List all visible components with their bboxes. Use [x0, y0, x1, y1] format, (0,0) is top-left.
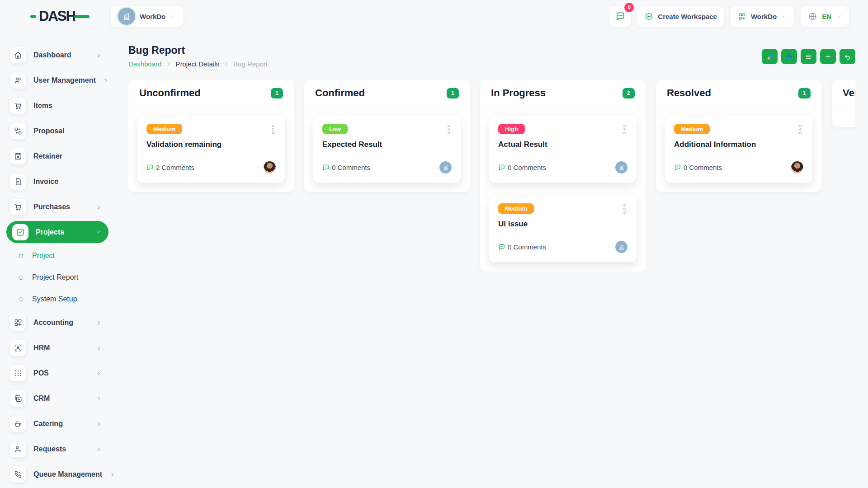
card-title: Expected Result	[322, 140, 452, 149]
sidebar-item-purchases[interactable]: Purchases	[0, 194, 111, 220]
sidebar-item-accounting[interactable]: Accounting	[0, 310, 111, 335]
workspace-menu-button[interactable]: WorkDo	[731, 6, 794, 27]
card-menu-icon[interactable]	[797, 124, 803, 135]
card-menu-icon[interactable]	[446, 124, 452, 135]
card-menu-icon[interactable]	[622, 124, 627, 135]
cart-icon	[10, 199, 26, 215]
column-title: Unconfirmed	[139, 87, 201, 99]
language-selector[interactable]: EN	[801, 6, 849, 27]
card-menu-icon[interactable]	[270, 124, 276, 135]
workspace-menu-label: WorkDo	[751, 13, 777, 20]
sidebar-subitem-project[interactable]: Project	[0, 245, 111, 267]
sidebar-item-pos[interactable]: POS	[0, 361, 111, 386]
column-title: In Progress	[491, 87, 546, 99]
messages-count-badge: 0	[624, 3, 634, 12]
sidebar-item-label: User Management	[33, 76, 96, 84]
list-view-button[interactable]	[801, 49, 816, 64]
column-count-badge: 1	[798, 88, 811, 99]
sidebar-item-requests[interactable]: Requests	[0, 436, 111, 462]
comment-icon	[146, 164, 154, 171]
plus-icon	[824, 53, 832, 61]
users-icon	[10, 72, 26, 89]
sidebar-item-hrm[interactable]: HRM	[0, 335, 111, 361]
comment-icon	[674, 164, 681, 171]
sidebar-item-label: Invoice	[33, 178, 102, 186]
priority-badge: Low	[322, 124, 348, 134]
one-drive-button[interactable]	[781, 49, 797, 64]
priority-badge: Medium	[146, 124, 182, 134]
column-title: Verified	[843, 87, 855, 99]
user-avatar	[264, 161, 276, 174]
back-button[interactable]	[840, 49, 855, 64]
bug-card-validation-remaining[interactable]: MediumValidation remaining2 Comments	[137, 116, 285, 183]
sidebar-item-user-management[interactable]: User Management	[0, 68, 111, 93]
toolbar	[762, 49, 855, 64]
bullet-icon	[19, 276, 23, 280]
bullet-icon	[19, 297, 23, 301]
sidebar-item-label: Queue Management	[33, 470, 102, 479]
chat-bubble-icon	[615, 11, 626, 22]
grid-plus-icon	[10, 314, 26, 331]
home-icon	[10, 47, 26, 63]
sidebar-item-items[interactable]: Items	[0, 93, 111, 118]
column-title: Resolved	[667, 87, 711, 99]
sidebar-item-dashboard[interactable]: Dashboard	[0, 42, 111, 68]
column-count-badge: 1	[447, 88, 459, 99]
kanban-column-in-progress: In Progress2HighActual Result0 CommentsM…	[480, 80, 646, 272]
comment-icon	[498, 244, 505, 251]
sidebar-subitem-label: Project	[32, 252, 55, 260]
card-menu-icon[interactable]	[622, 203, 627, 215]
sidebar-item-crm[interactable]: CRM	[0, 386, 111, 411]
comments-count: 0 Comments	[674, 164, 722, 171]
language-code: EN	[822, 13, 831, 20]
sidebar-item-queue-management[interactable]: Queue Management	[0, 462, 111, 487]
card-title: Actual Result	[498, 140, 627, 149]
sidebar-item-retainer[interactable]: Retainer	[0, 144, 111, 169]
chevron-down-icon	[836, 14, 842, 19]
sidebar-subitem-project-report[interactable]: Project Report	[0, 267, 111, 288]
priority-badge: Medium	[498, 203, 534, 214]
sidebar-item-proposal[interactable]: Proposal	[0, 118, 111, 144]
priority-badge: High	[498, 124, 525, 134]
create-workspace-button[interactable]: Create Workspace	[637, 6, 724, 27]
logo-text: DASH	[39, 8, 75, 24]
sidebar-item-invoice[interactable]: Invoice	[0, 169, 111, 194]
undo-icon	[844, 53, 851, 61]
chevron-right-icon	[166, 61, 171, 66]
sidebar-item-projects[interactable]: Projects	[6, 221, 108, 243]
column-count-badge: 2	[623, 88, 635, 99]
chevron-right-icon	[96, 446, 102, 452]
create-workspace-label: Create Workspace	[658, 13, 717, 20]
breadcrumb: Dashboard Project Details Bug Report	[128, 60, 268, 68]
sidebar-subitem-system-setup[interactable]: System Setup	[0, 288, 111, 310]
bug-card-actual-result[interactable]: HighActual Result0 Comments	[489, 116, 637, 183]
google-drive-button[interactable]	[762, 49, 778, 64]
workspace-selector[interactable]: WorkDo	[111, 6, 183, 27]
sidebar-subitem-label: Project Report	[32, 273, 78, 282]
add-bug-button[interactable]	[820, 49, 836, 64]
comments-count: 0 Comments	[322, 164, 370, 171]
comments-count: 0 Comments	[498, 243, 546, 251]
chevron-right-icon	[224, 61, 229, 66]
sidebar-item-catering[interactable]: Catering	[0, 411, 111, 436]
bullet-icon	[19, 254, 23, 258]
bug-card-additional-information[interactable]: MediumAdditional Information0 Comments	[665, 116, 812, 183]
sidebar-item-label: Proposal	[33, 127, 102, 135]
column-title: Confirmed	[315, 87, 365, 99]
column-count-badge: 1	[271, 88, 283, 99]
file-icon	[10, 174, 26, 190]
breadcrumb-current: Bug Report	[233, 60, 268, 68]
topbar: DASH WorkDo 0 Create Workspace WorkDo EN	[0, 0, 868, 33]
chevron-down-icon	[95, 229, 101, 235]
dash-logo: DASH	[30, 8, 111, 24]
sidebar-item-label: HRM	[33, 344, 89, 352]
phone-icon	[10, 466, 26, 483]
sidebar-item-label: Accounting	[33, 319, 89, 327]
messages-button[interactable]: 0	[609, 6, 631, 27]
bug-card-expected-result[interactable]: LowExpected Result0 Comments	[313, 116, 461, 183]
breadcrumb-dashboard-link[interactable]: Dashboard	[128, 60, 161, 68]
workspace-avatar	[439, 161, 452, 174]
breadcrumb-project-details-link[interactable]: Project Details	[175, 60, 219, 68]
bug-card-ui-issue[interactable]: MediumUi issue0 Comments	[489, 195, 637, 262]
chevron-right-icon	[96, 396, 102, 402]
